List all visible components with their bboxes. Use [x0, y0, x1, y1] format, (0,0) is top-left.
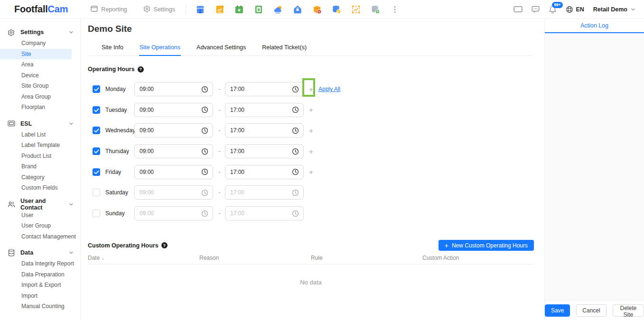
footfallcam-logo[interactable]: FootfallCam	[14, 4, 68, 15]
sidebar-item-custom-fields[interactable]: Custom Fields	[0, 183, 72, 193]
sidebar-item-floorplan[interactable]: Floorplan	[0, 102, 72, 113]
tab-site-operations[interactable]: Site Operations	[139, 41, 181, 56]
monday-checkbox[interactable]	[93, 85, 100, 93]
sunday-checkbox[interactable]	[93, 210, 100, 217]
tab-site-info[interactable]: Site Info	[101, 41, 124, 56]
tuesday-start-time-field[interactable]	[134, 103, 213, 117]
column-header-custom-action[interactable]: Custom Action	[422, 255, 534, 261]
sidebar-item-import-export[interactable]: Import & Export	[0, 280, 72, 291]
wednesday-end-time-field[interactable]	[225, 123, 304, 137]
calendar-events-icon[interactable]	[234, 5, 244, 14]
data-sync-icon[interactable]	[371, 5, 380, 14]
saturday-start-time-field[interactable]	[134, 185, 213, 200]
wednesday-end-time-input[interactable]	[230, 127, 292, 134]
sidebar-item-area[interactable]: Area	[0, 59, 72, 70]
saturday-end-time-field[interactable]	[225, 185, 304, 200]
sidebar-item-category[interactable]: Category	[0, 172, 72, 183]
sidebar-item-brand[interactable]: Brand	[0, 161, 72, 172]
sidebar-item-user-group[interactable]: User Group	[0, 220, 72, 231]
nav-reporting[interactable]: Reporting	[91, 6, 127, 13]
friday-checkbox[interactable]	[93, 168, 100, 176]
sunday-start-time-input[interactable]	[140, 210, 201, 217]
sunday-start-time-field[interactable]	[134, 206, 213, 220]
friday-start-time-field[interactable]	[134, 165, 213, 179]
crop-analytics-icon[interactable]	[351, 5, 361, 14]
thursday-checkbox[interactable]	[93, 147, 100, 155]
tuesday-start-time-input[interactable]	[140, 107, 201, 113]
sidebar-item-data-preparation[interactable]: Data Preparation	[0, 269, 72, 280]
action-log-tab[interactable]: Action Log	[545, 19, 644, 33]
package-alert-icon[interactable]	[312, 5, 322, 14]
tab-advanced-settings[interactable]: Advanced Settings	[196, 41, 246, 56]
tab-related-ticket-s[interactable]: Related Ticket(s)	[261, 41, 307, 56]
thursday-end-time-field[interactable]	[225, 144, 304, 158]
chat-icon[interactable]	[532, 6, 540, 13]
wednesday-add-hours-button[interactable]	[308, 127, 315, 135]
help-icon[interactable]	[161, 242, 168, 248]
help-icon[interactable]	[138, 66, 144, 73]
tuesday-checkbox[interactable]	[93, 106, 100, 114]
more-apps-icon[interactable]	[390, 5, 400, 14]
monday-start-time-field[interactable]	[134, 82, 213, 96]
tuesday-end-time-input[interactable]	[230, 107, 292, 113]
monday-end-time-field[interactable]	[225, 82, 304, 96]
column-header-reason[interactable]: Reason	[199, 255, 311, 261]
saturday-start-time-input[interactable]	[140, 189, 201, 196]
sidebar-item-site-group[interactable]: Site Group	[0, 81, 72, 91]
monday-add-hours-button[interactable]	[308, 85, 315, 93]
ticket-icon[interactable]	[513, 6, 523, 13]
data-coin-icon[interactable]	[332, 5, 341, 14]
notification-bell-icon[interactable]: 99+	[549, 5, 557, 14]
thursday-start-time-field[interactable]	[134, 144, 213, 158]
saturday-end-time-input[interactable]	[230, 189, 292, 196]
account-menu[interactable]: Retail Demo	[593, 5, 635, 14]
sidebar-section-header-data[interactable]: Data	[0, 247, 80, 258]
cancel-button[interactable]: Cancel	[576, 304, 606, 317]
column-header-date[interactable]: Date	[88, 255, 199, 261]
sidebar-item-area-group[interactable]: Area Group	[0, 91, 72, 102]
tuesday-add-hours-button[interactable]	[308, 106, 315, 114]
sidebar-item-label-template[interactable]: Label Template	[0, 140, 72, 151]
sidebar-item-user[interactable]: User	[0, 210, 72, 221]
language-selector[interactable]: EN	[566, 6, 584, 13]
monday-end-time-input[interactable]	[230, 86, 292, 92]
save-button[interactable]: Save	[545, 304, 570, 317]
sunday-end-time-field[interactable]	[225, 206, 304, 220]
sidebar-item-company[interactable]: Company	[0, 38, 72, 49]
sidebar-item-manual-counting[interactable]: Manual Counting	[0, 301, 72, 312]
sidebar-item-contact-management[interactable]: Contact Management	[0, 231, 72, 242]
thursday-add-hours-button[interactable]	[308, 147, 315, 155]
sidebar-section-header-settings[interactable]: Settings	[0, 27, 80, 38]
thursday-end-time-input[interactable]	[230, 148, 292, 155]
friday-add-hours-button[interactable]	[308, 168, 315, 176]
friday-end-time-input[interactable]	[230, 169, 292, 175]
nav-settings[interactable]: Settings	[143, 5, 175, 14]
thursday-start-time-input[interactable]	[140, 148, 201, 155]
sidebar-section-header-user-and-contact[interactable]: User and Contact	[0, 199, 80, 210]
wednesday-checkbox[interactable]	[93, 127, 100, 134]
storefront-icon[interactable]	[196, 5, 205, 14]
column-header-rule[interactable]: Rule	[311, 255, 422, 261]
delete-site-button[interactable]: Delete Site	[613, 304, 644, 317]
wednesday-start-time-input[interactable]	[140, 127, 201, 134]
sidebar-section-header-esl[interactable]: ESL	[0, 118, 80, 129]
sidebar-item-label-list[interactable]: Label List	[0, 129, 72, 140]
home-security-icon[interactable]	[293, 5, 302, 14]
weather-icon[interactable]	[273, 5, 283, 14]
ledger-icon[interactable]: $	[254, 5, 263, 14]
saturday-checkbox[interactable]	[93, 189, 100, 196]
new-custom-operating-hours-button[interactable]: + New Custom Operating Hours	[439, 240, 534, 251]
tuesday-end-time-field[interactable]	[225, 103, 304, 117]
sales-report-icon[interactable]	[215, 5, 224, 14]
friday-end-time-field[interactable]	[225, 165, 304, 179]
monday-start-time-input[interactable]	[140, 86, 201, 92]
sidebar-item-product-list[interactable]: Product List	[0, 151, 72, 162]
sidebar-item-import[interactable]: Import	[0, 291, 72, 302]
friday-start-time-input[interactable]	[140, 169, 201, 175]
sunday-end-time-input[interactable]	[230, 210, 292, 217]
sidebar-item-site[interactable]: Site	[0, 49, 72, 60]
sidebar-item-data-integrity-report[interactable]: Data Integrity Report	[0, 258, 72, 269]
sidebar-item-device[interactable]: Device	[0, 70, 72, 81]
wednesday-start-time-field[interactable]	[134, 123, 213, 137]
apply-all-link[interactable]: Apply All	[318, 86, 340, 92]
